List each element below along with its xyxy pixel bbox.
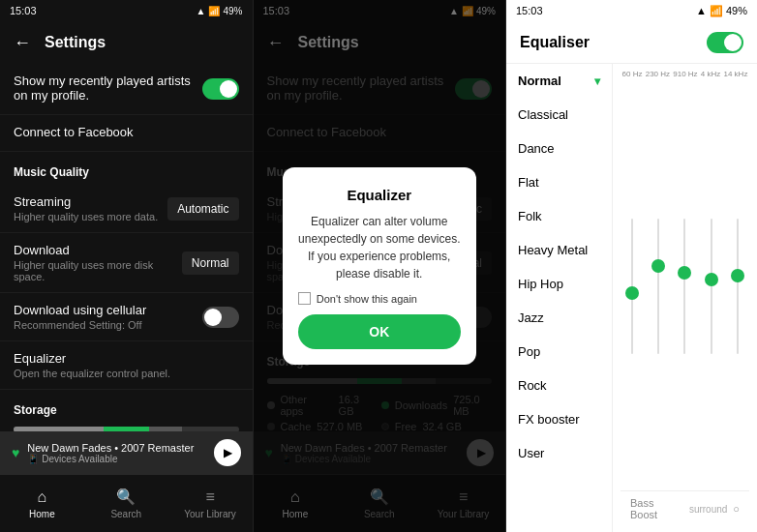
eq-battery: 49% [726,5,747,16]
music-quality-section: Music Quality [0,152,253,185]
eq-preset-pop[interactable]: Pop [506,335,612,369]
storage-section: Storage [0,390,253,423]
panel-equaliser: 15:03 ▲ 📶 49% Equaliser Normal ▾ Classic… [505,0,757,532]
panel-settings-1: 15:03 ▲ 📶 49% ← Settings Show my recentl… [0,0,253,532]
status-bar-1: 15:03 ▲ 📶 49% [0,0,253,21]
slider-track-230hz [657,219,659,354]
dialog-title: Equalizer [347,187,411,203]
eq-preset-dance[interactable]: Dance [506,132,612,165]
profile-title: Show my recently played artists on my pr… [14,74,202,103]
dialog-checkbox[interactable] [298,292,311,305]
signal-icon-1: ▲ [197,6,206,16]
facebook-title: Connect to Facebook [14,125,239,139]
eq-preset-folk[interactable]: Folk [506,199,612,233]
slider-thumb-14khz [731,269,744,282]
nav-home-1[interactable]: ⌂ Home [0,475,84,532]
wifi-icon-1: 📶 [208,6,220,16]
profile-toggle[interactable] [202,78,239,100]
dialog-body: Equalizer can alter volume unexpectedly … [298,213,461,282]
eq-time: 15:03 [516,5,543,16]
eq-sliders-area: 60 Hz 230 Hz 910 Hz 4 kHz 14 kHz [613,64,757,532]
back-button-1[interactable]: ← [14,33,31,53]
cellular-title: Download using cellular [14,303,202,317]
slider-thumb-4khz [705,273,718,286]
streaming-badge[interactable]: Automatic [167,197,238,221]
header-title-1: Settings [45,34,106,51]
slider-910hz[interactable] [676,219,693,354]
dialog-ok-button[interactable]: OK [298,314,461,349]
eq-preset-list: Normal ▾ Classical Dance Flat Folk Heavy… [506,64,613,532]
eq-signal-icon: ▲ [696,5,707,16]
nav-library-label-1: Your Library [184,509,236,519]
panel-settings-2: 15:03 ▲ 📶 49% ← Settings Show my recentl… [253,0,506,532]
streaming-sub: Higher quality uses more data. [14,211,167,222]
eq-preset-flat[interactable]: Flat [506,165,612,199]
mini-player-1: ♥ New Dawn Fades • 2007 Remaster 📱 Devic… [0,431,253,474]
dialog-checkbox-label: Don't show this again [317,293,417,305]
facebook-row[interactable]: Connect to Facebook [0,115,253,152]
device-icon-1: 📱 [27,454,39,464]
eq-preset-jazz[interactable]: Jazz [506,301,612,335]
time-1: 15:03 [10,5,37,16]
home-icon-1: ⌂ [38,488,47,506]
slider-track-910hz [683,219,685,354]
slider-track-4khz [711,219,712,354]
eq-master-toggle[interactable] [707,32,743,53]
eq-preset-hip-hop[interactable]: Hip Hop [506,267,612,301]
slider-4khz[interactable] [703,219,720,354]
eq-title: Equaliser [520,34,590,51]
streaming-row: Streaming Higher quality uses more data.… [0,185,253,233]
download-row: Download Higher quality uses more disk s… [0,233,253,293]
eq-preset-user[interactable]: User [506,436,612,470]
slider-14khz[interactable] [729,219,746,354]
mini-player-title-1: New Dawn Fades • 2007 Remaster [27,442,205,454]
slider-thumb-230hz [651,259,665,273]
slider-track-60hz [631,219,633,354]
check-normal: ▾ [594,74,600,88]
search-icon-1: 🔍 [116,488,136,506]
slider-thumb-60hz [625,286,639,300]
eq-preset-classical[interactable]: Classical [506,98,612,132]
streaming-title: Streaming [14,194,167,209]
nav-home-label-1: Home [29,509,55,519]
dialog-overlay: Equalizer Equalizer can alter volume une… [254,0,506,532]
eq-sliders-track [621,82,749,490]
eq-status-icons: ▲ 📶 49% [696,5,747,17]
eq-body: Normal ▾ Classical Dance Flat Folk Heavy… [506,64,757,532]
cellular-sub: Recommended Setting: Off [14,319,202,331]
nav-search-label-1: Search [110,509,141,519]
bottom-nav-1: ⌂ Home 🔍 Search ≡ Your Library [0,474,253,532]
mini-player-sub-1: 📱 Devices Available [27,454,205,464]
library-icon-1: ≡ [205,488,214,506]
eq-header: Equaliser [506,21,757,64]
bass-boost-label: Bass Boost [630,497,683,520]
slider-60hz[interactable] [623,219,641,354]
nav-library-1[interactable]: ≡ Your Library [168,475,253,532]
eq-preset-fx-booster[interactable]: FX booster [506,402,612,436]
slider-track-14khz [737,219,739,354]
eq-status-bar: 15:03 ▲ 📶 49% [506,0,757,21]
surround-label: surround [689,504,727,515]
eq-preset-rock[interactable]: Rock [506,369,612,402]
equalizer-row[interactable]: Equalizer Open the equalizer control pan… [0,341,253,390]
battery-icon-1: 49% [223,6,242,16]
eq-preset-normal[interactable]: Normal ▾ [506,64,612,98]
slider-230hz[interactable] [650,219,667,354]
download-title: Download [14,243,182,257]
cellular-row: Download using cellular Recommended Sett… [0,293,253,341]
equalizer-sub: Open the equalizer control panel. [14,368,239,379]
play-icon-1: ▶ [224,446,232,459]
download-sub: Higher quality uses more disk space. [14,259,182,282]
equalizer-title: Equalizer [14,351,239,366]
equalizer-dialog: Equalizer Equalizer can alter volume une… [283,167,476,365]
nav-search-1[interactable]: 🔍 Search [84,475,168,532]
cellular-toggle[interactable] [202,307,239,328]
download-badge[interactable]: Normal [182,251,239,275]
eq-bass-boost-row: Bass Boost surround ○ [621,490,749,526]
play-button-1[interactable]: ▶ [214,439,241,466]
mini-player-info-1: New Dawn Fades • 2007 Remaster 📱 Devices… [27,442,205,464]
dialog-checkbox-row: Don't show this again [298,292,417,305]
eq-wifi-icon: 📶 [710,5,723,17]
eq-preset-heavy-metal[interactable]: Heavy Metal [506,233,612,267]
heart-icon-1[interactable]: ♥ [12,445,19,460]
